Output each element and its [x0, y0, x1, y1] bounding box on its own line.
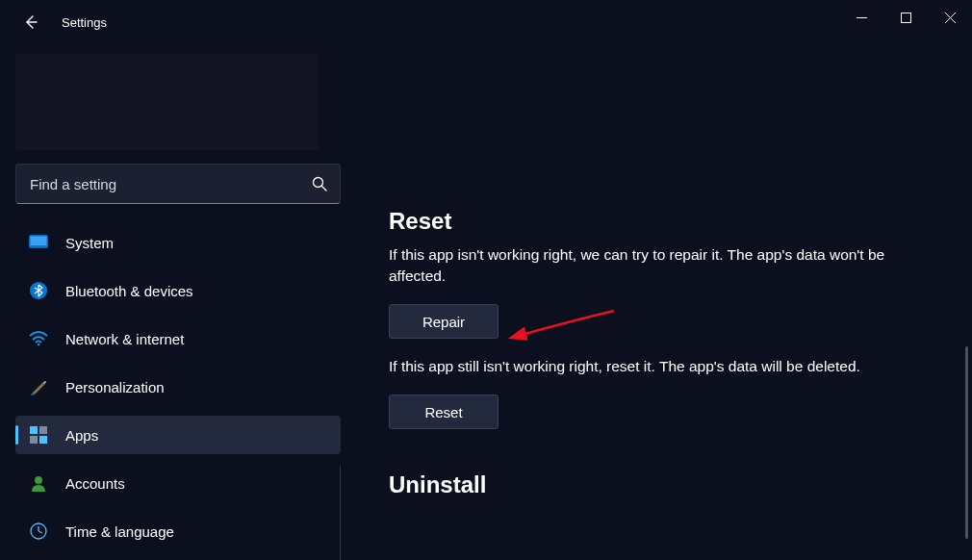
- sidebar-item-label: Personalization: [65, 379, 165, 395]
- sidebar-item-system[interactable]: System: [15, 223, 341, 262]
- sidebar-item-label: Time & language: [65, 523, 174, 540]
- svg-rect-14: [39, 436, 47, 444]
- reset-heading: Reset: [389, 208, 972, 235]
- profile-block: [15, 54, 319, 150]
- search-wrap: [15, 164, 341, 204]
- sidebar-item-accounts[interactable]: Accounts: [15, 464, 341, 502]
- reset-button-label: Reset: [424, 404, 462, 420]
- sidebar-item-apps[interactable]: Apps: [15, 416, 341, 454]
- sidebar-item-label: Apps: [65, 427, 98, 444]
- sidebar-item-personalization[interactable]: Personalization: [15, 368, 341, 406]
- back-button[interactable]: [12, 3, 50, 41]
- repair-description: If this app isn't working right, we can …: [389, 244, 928, 287]
- back-arrow-icon: [22, 13, 39, 31]
- sidebar-item-network[interactable]: Network & internet: [15, 319, 341, 358]
- sidebar-item-label: System: [65, 235, 114, 251]
- sidebar-item-label: Network & internet: [65, 331, 184, 347]
- repair-button-label: Repair: [422, 314, 465, 330]
- uninstall-heading: Uninstall: [389, 471, 972, 498]
- sidebar: System Bluetooth & devices Network & int…: [0, 44, 356, 560]
- app-title: Settings: [62, 15, 107, 30]
- svg-point-15: [35, 476, 42, 484]
- globe-clock-icon: [29, 522, 48, 541]
- paintbrush-icon: [29, 377, 48, 396]
- bluetooth-icon: [29, 281, 48, 300]
- svg-rect-12: [39, 426, 47, 434]
- svg-rect-13: [30, 436, 38, 444]
- person-icon: [29, 473, 48, 493]
- svg-rect-11: [30, 426, 38, 434]
- svg-line-6: [321, 186, 326, 191]
- reset-description: If this app still isn't working right, r…: [389, 356, 966, 377]
- display-icon: [29, 233, 48, 252]
- svg-point-10: [38, 344, 40, 346]
- apps-icon: [29, 425, 48, 445]
- search-icon: [312, 176, 327, 191]
- svg-line-18: [38, 531, 42, 533]
- sidebar-item-label: Accounts: [65, 475, 125, 492]
- repair-button[interactable]: Repair: [389, 304, 499, 339]
- scrollbar[interactable]: [965, 346, 968, 539]
- sidebar-item-bluetooth[interactable]: Bluetooth & devices: [15, 271, 341, 310]
- main-content: Reset If this app isn't working right, w…: [389, 0, 972, 560]
- svg-rect-8: [31, 237, 47, 246]
- nav: System Bluetooth & devices Network & int…: [15, 223, 341, 550]
- reset-button[interactable]: Reset: [389, 395, 499, 429]
- search-input[interactable]: [15, 164, 341, 204]
- wifi-icon: [29, 329, 48, 348]
- sidebar-item-label: Bluetooth & devices: [65, 283, 193, 299]
- sidebar-item-time-language[interactable]: Time & language: [15, 512, 341, 550]
